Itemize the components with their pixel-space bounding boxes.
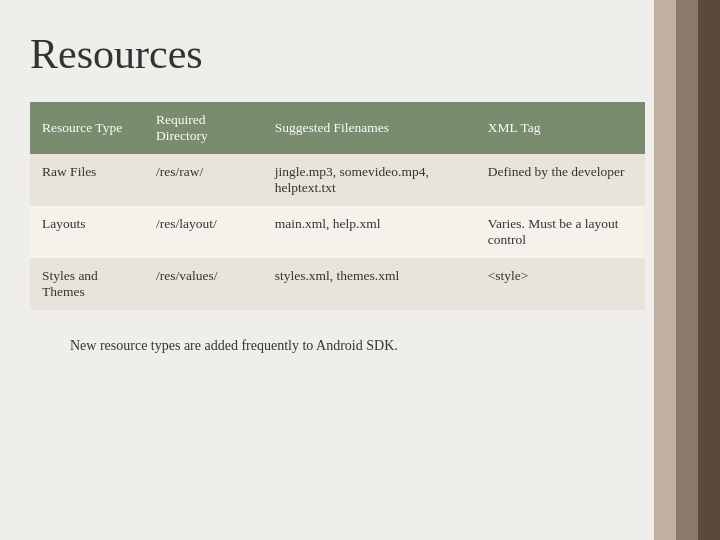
col-header-resource-type: Resource Type <box>30 102 144 154</box>
table-header-row: Resource Type Required Directory Suggest… <box>30 102 645 154</box>
col-header-suggested-filenames: Suggested Filenames <box>263 102 476 154</box>
cell-filenames-1: main.xml, help.xml <box>263 206 476 258</box>
cell-directory-2: /res/values/ <box>144 258 263 310</box>
resources-table: Resource Type Required Directory Suggest… <box>30 102 645 310</box>
footer-text: New resource types are added frequently … <box>30 338 620 354</box>
main-content: Resources Resource Type Required Directo… <box>0 0 720 384</box>
cell-xmltag-2: <style> <box>476 258 645 310</box>
cell-xmltag-0: Defined by the developer <box>476 154 645 206</box>
cell-filenames-2: styles.xml, themes.xml <box>263 258 476 310</box>
cell-xmltag-1: Varies. Must be a layout control <box>476 206 645 258</box>
sidebar-bar-medium <box>676 0 698 540</box>
cell-directory-1: /res/layout/ <box>144 206 263 258</box>
page-title: Resources <box>30 30 620 78</box>
table-row: Raw Files /res/raw/ jingle.mp3, somevide… <box>30 154 645 206</box>
table-row: Layouts /res/layout/ main.xml, help.xml … <box>30 206 645 258</box>
sidebar-decoration <box>654 0 720 540</box>
cell-type-1: Layouts <box>30 206 144 258</box>
cell-type-2: Styles and Themes <box>30 258 144 310</box>
cell-type-0: Raw Files <box>30 154 144 206</box>
col-header-required-directory: Required Directory <box>144 102 263 154</box>
cell-directory-0: /res/raw/ <box>144 154 263 206</box>
sidebar-bar-light <box>654 0 676 540</box>
cell-filenames-0: jingle.mp3, somevideo.mp4, helptext.txt <box>263 154 476 206</box>
sidebar-bar-dark <box>698 0 720 540</box>
col-header-xml-tag: XML Tag <box>476 102 645 154</box>
table-row: Styles and Themes /res/values/ styles.xm… <box>30 258 645 310</box>
